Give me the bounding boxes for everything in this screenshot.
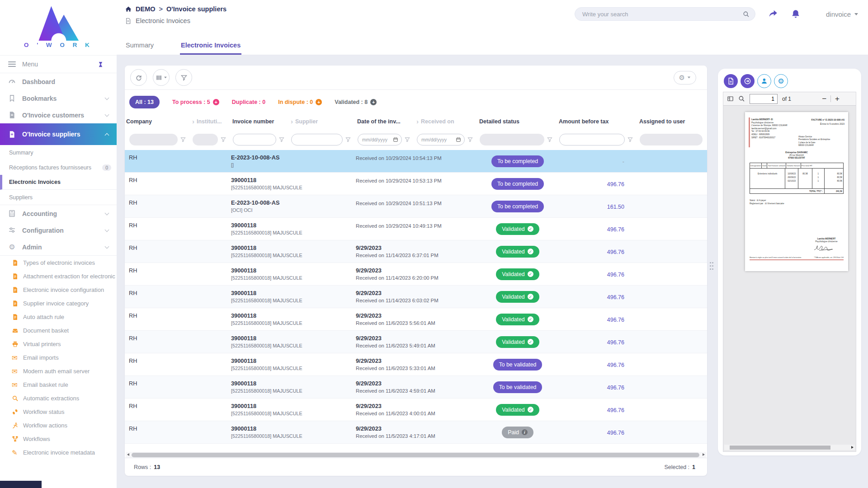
menu-toggle[interactable]: Menu: [0, 55, 117, 73]
pdf-canvas-area[interactable]: Laetitia WERNERT- EIPsychologue clinicie…: [723, 106, 856, 451]
status-tab[interactable]: To process : 5: [172, 99, 219, 105]
table-row[interactable]: RH 39000118 [52251165800018] MAJUSCULE 9…: [125, 240, 707, 263]
scroll-right-icon[interactable]: [851, 446, 854, 449]
amount-link[interactable]: -: [623, 159, 624, 165]
column-header[interactable]: Instituti...: [191, 118, 231, 125]
funnel-icon[interactable]: [404, 136, 410, 143]
received-date-filter-input[interactable]: mm/dd/yyyy: [417, 134, 465, 145]
amount-link[interactable]: 496.76: [607, 294, 624, 300]
columns-button[interactable]: [153, 69, 170, 86]
sidebar-item-virtual-printers[interactable]: Virtual printers: [0, 337, 117, 351]
resize-handle[interactable]: [710, 262, 713, 271]
column-header[interactable]: Invoice number: [231, 118, 289, 125]
sidebar-item-summary[interactable]: Summary: [0, 145, 117, 160]
share-icon[interactable]: [768, 9, 778, 19]
pdf-button[interactable]: [724, 74, 738, 88]
column-header[interactable]: Received on: [415, 118, 478, 125]
funnel-icon[interactable]: [345, 136, 351, 143]
assign-user-button[interactable]: [757, 74, 771, 88]
table-settings-button[interactable]: ⚙: [674, 71, 696, 84]
sidebar-item-auto-attach-rule[interactable]: Auto attach rule: [0, 310, 117, 324]
sidebar-item-supplier-invoice-category[interactable]: Supplier invoice category: [0, 296, 117, 310]
table-row[interactable]: RH 39000118 [52251165800018] MAJUSCULE 9…: [125, 286, 707, 308]
user-menu[interactable]: dinvoice: [826, 10, 858, 18]
sidebar-item-workflows[interactable]: Workflows: [0, 432, 117, 446]
zoom-in-button[interactable]: +: [835, 95, 840, 103]
amount-link[interactable]: 496.76: [607, 339, 624, 346]
funnel-icon[interactable]: [467, 136, 473, 143]
sidebar-item-electronic-invoices[interactable]: Electronic Invoices: [0, 175, 117, 190]
breadcrumb-current[interactable]: O'Invoice suppliers: [166, 5, 226, 13]
sidebar-item-oinvoice-customers[interactable]: O'Invoice customers: [0, 107, 117, 123]
sidebar-item-email-imports[interactable]: ✉ Email imports: [0, 351, 117, 364]
sidebar-item-accounting[interactable]: Accounting: [0, 205, 117, 222]
amount-link[interactable]: 496.76: [607, 181, 624, 188]
column-header[interactable]: Amount before tax: [557, 118, 638, 125]
amount-link[interactable]: 496.76: [607, 317, 624, 323]
status-tab[interactable]: In dispute : 0: [278, 99, 322, 105]
zoom-out-button[interactable]: −: [822, 95, 826, 103]
sidebar-item-email-basket-rule[interactable]: ✉ Email basket rule: [0, 378, 117, 391]
bell-icon[interactable]: [791, 9, 801, 19]
sidebar-item-dashboard[interactable]: Dashboard: [0, 73, 117, 90]
search-icon[interactable]: [738, 95, 745, 102]
scrollbar-thumb[interactable]: [730, 446, 830, 450]
sidebar-toggle-icon[interactable]: [727, 95, 734, 102]
search-input[interactable]: [582, 11, 743, 18]
sidebar-item-electronic-invoice-configuration[interactable]: Electronic invoice configuration: [0, 283, 117, 296]
status-tab[interactable]: All : 13: [129, 96, 160, 108]
table-row[interactable]: RH 39000118 [52251165800018] MAJUSCULE R…: [125, 218, 707, 240]
open-invoice-button[interactable]: [741, 74, 755, 88]
table-row[interactable]: RH 39000118 [52251165800018] MAJUSCULE 9…: [125, 376, 707, 399]
column-header[interactable]: Company: [125, 118, 191, 125]
scroll-right-icon[interactable]: [703, 453, 705, 456]
sidebar-item-oinvoice-suppliers[interactable]: O'Invoice suppliers: [0, 123, 117, 145]
sidebar-item-receptions-factures[interactable]: Réceptions factures fournisseurs 0: [0, 160, 117, 175]
amount-link[interactable]: 496.76: [607, 385, 624, 391]
breadcrumb-root[interactable]: DEMO: [136, 5, 156, 13]
funnel-icon[interactable]: [180, 136, 186, 143]
amount-link[interactable]: 496.76: [607, 226, 624, 233]
funnel-icon[interactable]: [278, 136, 285, 143]
sidebar-item-attachment-extraction[interactable]: Attachment extraction for electronic inv…: [0, 269, 117, 283]
column-header[interactable]: Date of the inv...: [356, 118, 415, 125]
sidebar-item-automatic-extractions[interactable]: Automatic extractions: [0, 391, 117, 405]
invoice-number-filter-input[interactable]: [233, 134, 276, 145]
sidebar-item-suppliers[interactable]: Suppliers: [0, 190, 117, 205]
sidebar-item-admin[interactable]: ⚙ Admin: [0, 239, 117, 255]
search-icon[interactable]: [743, 11, 750, 18]
table-row[interactable]: RH E-2023-10-008-AS [] Received on 10/29…: [125, 150, 707, 173]
home-icon[interactable]: [125, 5, 132, 13]
amount-link[interactable]: 161.50: [607, 204, 624, 210]
column-header[interactable]: Assigned to user: [638, 118, 707, 125]
sidebar-item-bookmarks[interactable]: Bookmarks: [0, 90, 117, 107]
table-row[interactable]: RH 39000118 [52251165800018] MAJUSCULE 9…: [125, 263, 707, 286]
invoice-date-filter-input[interactable]: mm/dd/yyyy: [358, 134, 402, 145]
amount-link[interactable]: 496.76: [607, 362, 624, 368]
status-tab[interactable]: Duplicate : 0: [232, 99, 265, 105]
sidebar-item-document-basket[interactable]: Document basket: [0, 324, 117, 337]
sidebar-item-modern-auth-email-server[interactable]: ✉ Modern auth email server: [0, 364, 117, 378]
sidebar-item-types-of-electronic-invoices[interactable]: Types of electronic invoices: [0, 256, 117, 269]
funnel-icon[interactable]: [547, 136, 553, 143]
sidebar-item-workflow-status[interactable]: Workflow status: [0, 405, 117, 418]
sidebar-item-workflow-actions[interactable]: Workflow actions: [0, 418, 117, 432]
tab-summary[interactable]: Summary: [125, 42, 155, 55]
hourglass-icon[interactable]: [97, 61, 104, 68]
amount-link[interactable]: 496.76: [607, 407, 624, 413]
sidebar-item-electronic-invoice-metadata[interactable]: ✎ Electronic invoice metadata: [0, 446, 117, 459]
table-row[interactable]: RH E-2023-10-008-AS [OCI] OCI Received o…: [125, 195, 707, 218]
refresh-button[interactable]: [130, 69, 147, 86]
column-header[interactable]: Detailed status: [478, 118, 557, 125]
tab-electronic-invoices[interactable]: Electronic Invoices: [180, 42, 241, 55]
amount-link[interactable]: 496.76: [607, 272, 624, 278]
funnel-icon[interactable]: [220, 136, 226, 143]
amount-filter-input[interactable]: [559, 134, 625, 145]
amount-link[interactable]: 496.76: [607, 249, 624, 255]
table-row[interactable]: RH 39000118 [52251165800018] MAJUSCULE R…: [125, 173, 707, 195]
scrollbar-thumb[interactable]: [132, 453, 699, 457]
preview-settings-button[interactable]: ⚙: [774, 74, 788, 88]
table-row[interactable]: RH 39000118 [52251165800018] MAJUSCULE 9…: [125, 353, 707, 376]
status-tab[interactable]: Validated : 8: [335, 99, 377, 105]
supplier-filter-input[interactable]: [291, 134, 343, 145]
